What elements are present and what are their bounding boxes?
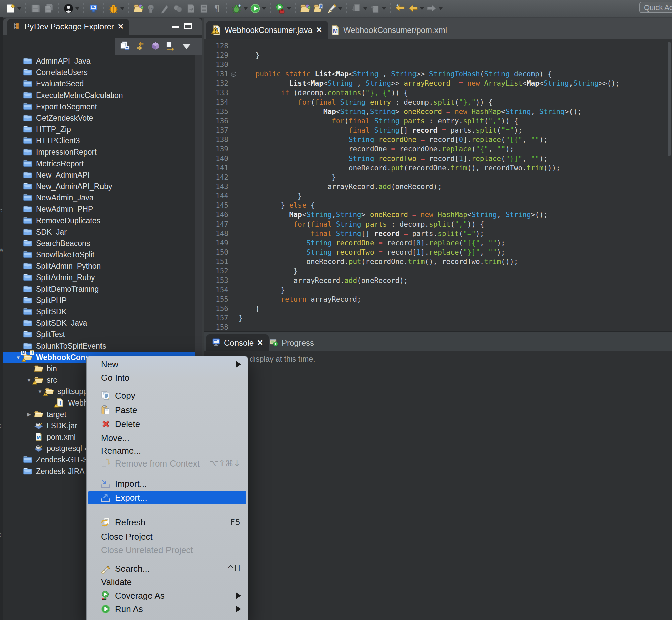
tree-item-splitsdk-java[interactable]: SplitSDK_Java [3, 317, 202, 329]
toolbar-orange-bug-button[interactable] [107, 2, 125, 16]
dropdown-arrow-icon[interactable] [287, 7, 291, 10]
maximize-button[interactable] [184, 23, 191, 30]
toolbar-debug-bug-button[interactable] [230, 2, 248, 16]
menu-item-search[interactable]: Search...^H [88, 562, 246, 575]
close-icon[interactable]: ✕ [257, 339, 263, 347]
tree-item-splitadmin-ruby[interactable]: SplitAdmin_Ruby [3, 272, 202, 283]
tree-item-new-adminapi-ruby[interactable]: New_AdminAPI_Ruby [3, 180, 202, 192]
editor-tab-webhookconsumer-java[interactable]: JWebhookConsumer.java✕ [206, 21, 328, 39]
sidebar-view-menu-button[interactable] [181, 41, 192, 53]
tree-item-splitdemotraining[interactable]: SplitDemoTraining [3, 283, 202, 295]
toolbar-folder-task-button[interactable] [299, 2, 312, 16]
toolbar-gray-pen-button[interactable] [159, 2, 171, 16]
toolbar-gray-cam-button[interactable]: TC [146, 2, 158, 16]
folder-blue-icon [23, 174, 33, 180]
toolbar-gray-doc-arrow-button[interactable] [184, 2, 197, 16]
tree-item-splittest[interactable]: SplitTest [3, 329, 202, 340]
toolbar-save-button[interactable] [30, 2, 42, 16]
tree-item-adminapi-java[interactable]: AdminAPI_Java [3, 55, 202, 67]
menu-item-validate[interactable]: Validate [88, 575, 246, 589]
menu-item-paste[interactable]: Paste [88, 403, 246, 417]
toolbar-folder-task-button[interactable] [132, 2, 145, 16]
close-icon[interactable]: ✕ [316, 26, 322, 35]
dropdown-arrow-icon[interactable] [17, 7, 21, 10]
menu-item-go-into[interactable]: Go Into [88, 371, 246, 384]
toolbar-remote-monitor-button[interactable] [88, 2, 100, 16]
console-tab-progress[interactable]: Progress [264, 334, 319, 351]
menu-item-rename[interactable]: Rename... [88, 444, 246, 458]
dropdown-arrow-icon[interactable] [420, 7, 424, 10]
dropdown-arrow-icon[interactable] [243, 7, 247, 10]
close-icon[interactable]: ✕ [118, 22, 124, 31]
sidebar-collapse-button[interactable] [119, 41, 130, 53]
toolbar-run-circle-button[interactable] [249, 2, 267, 16]
tree-item-metricsreport[interactable]: MetricsReport [3, 158, 202, 169]
toolbar-folder-clipboard-button[interactable] [312, 2, 325, 16]
menu-item-import[interactable]: Import... [88, 477, 246, 490]
toolbar-gray-masks-button[interactable] [171, 2, 184, 16]
console-tab-console[interactable]: Console✕ [206, 334, 269, 351]
tree-item-searchbeacons[interactable]: SearchBeacons [3, 238, 202, 249]
tree-item-executemetriccalculation[interactable]: ExecuteMetricCalculation [3, 90, 202, 101]
toolbar-forward-gray-button[interactable] [426, 2, 443, 16]
menu-item-move[interactable]: Move... [88, 431, 246, 445]
code-area[interactable]: 128129 }130131 public static List<Map<St… [204, 39, 672, 331]
tree-item-exporttosegment[interactable]: ExportToSegment [3, 101, 202, 112]
dropdown-arrow-icon[interactable] [262, 7, 266, 10]
tree-item-splitadmin-python[interactable]: SplitAdmin_Python [3, 260, 202, 272]
toolbar-import-gray-button[interactable] [350, 2, 368, 16]
menu-item-new[interactable]: New [88, 358, 246, 371]
dropdown-arrow-icon[interactable] [382, 7, 386, 10]
toolbar-save-all-button[interactable] [43, 2, 55, 16]
menu-item-close-project[interactable]: Close Project [88, 530, 246, 543]
tree-item-getzendeskvote[interactable]: GetZendeskVote [3, 112, 202, 124]
dropdown-arrow-icon[interactable] [120, 7, 124, 10]
tree-item-sdk-jar[interactable]: SDK_Jar [3, 226, 202, 238]
dropdown-arrow-icon[interactable] [363, 7, 368, 10]
quick-access-box[interactable]: Quick Ac [639, 2, 672, 13]
menu-item-close-unrelated-project[interactable]: Close Unrelated Project [88, 543, 246, 557]
toolbar-gray-doc-grid-button[interactable] [198, 2, 210, 16]
dropdown-arrow-icon[interactable] [75, 7, 79, 10]
sidebar-package-button[interactable] [150, 41, 161, 53]
tree-item-removeduplicates[interactable]: RemoveDuplicates [3, 215, 202, 226]
tree-item-splitphp[interactable]: SplitPHP [3, 295, 202, 306]
tree-expand-icon[interactable]: ▶ [25, 411, 34, 417]
menu-item-copy[interactable]: Copy [88, 389, 246, 403]
dropdown-arrow-icon[interactable] [338, 7, 342, 10]
tree-item-newadmin-php[interactable]: NewAdmin_PHP [3, 203, 202, 215]
tree-item-splitsdk[interactable]: SplitSDK [3, 306, 202, 317]
menu-item-delete[interactable]: Delete [88, 417, 246, 431]
tree-item-new-adminapi[interactable]: New_AdminAPI [3, 169, 202, 180]
toolbar-new-wizard-button[interactable] [4, 2, 22, 16]
toolbar-profile-button[interactable] [62, 2, 80, 16]
menu-item-refresh[interactable]: RefreshF5 [88, 516, 246, 529]
toolbar-back-star-button[interactable] [394, 2, 406, 16]
tree-item-impressionreport[interactable]: ImpressionReport [3, 147, 202, 158]
tree-item-splunktosplitevents[interactable]: SplunkToSplitEvents [3, 340, 202, 352]
editor-scrollbar-thumb[interactable] [668, 42, 671, 156]
tree-item-evaluateseed[interactable]: EvaluateSeed [3, 78, 202, 90]
sidebar-link-button[interactable] [166, 41, 176, 53]
menu-item-run-as[interactable]: Run As [88, 602, 246, 616]
tree-item-newadmin-java[interactable]: NewAdmin_Java [3, 192, 202, 203]
minimize-button[interactable] [171, 26, 179, 28]
toolbar-back-gold-button[interactable] [407, 2, 425, 16]
toolbar-pilcrow-button[interactable]: ¶ [211, 2, 223, 16]
toolbar-marker-pen-button[interactable] [325, 2, 343, 16]
fold-collapse-icon[interactable] [228, 69, 238, 79]
tree-item-http-zip[interactable]: HTTP_Zip [3, 124, 202, 135]
editor-tab-webhookconsumer-pom-xml[interactable]: MWebhookConsumer/pom.xml [325, 21, 453, 39]
tree-item-snowflaketosplit[interactable]: SnowflakeToSplit [3, 249, 202, 260]
toolbar-export-gray-button[interactable] [369, 2, 387, 16]
tree-item-httpclient3[interactable]: HTTPClient3 [3, 135, 202, 147]
menu-item-export[interactable]: Export... [88, 491, 246, 504]
menu-item-coverage-as[interactable]: Coverage As [88, 589, 246, 602]
toolbar-coverage-run-button[interactable] [274, 2, 292, 16]
dropdown-arrow-icon[interactable] [439, 7, 443, 10]
menu-item-remove-from-context[interactable]: Remove from Context⌥⇧⌘↓ [88, 457, 246, 470]
sidebar-swap-button[interactable] [135, 41, 146, 53]
tree-item-correlateusers[interactable]: CorrelateUsers [3, 67, 202, 78]
tab-pydev-package-explorer[interactable]: PyDev Package Explorer ✕ [7, 19, 129, 35]
left-edge-strip: CW00 [0, 17, 3, 620]
